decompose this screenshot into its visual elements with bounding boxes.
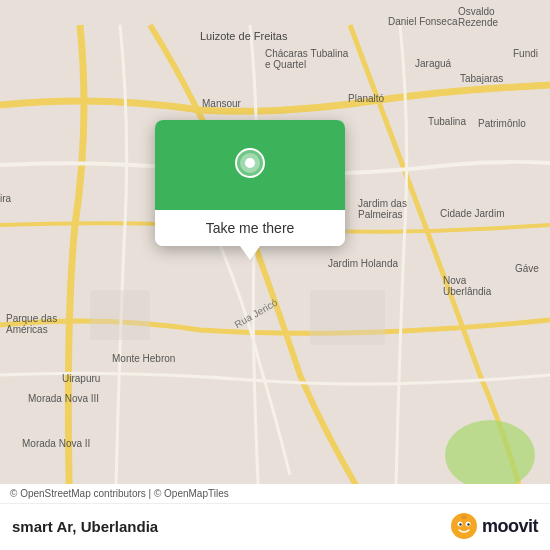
location-pin-icon [228, 143, 272, 187]
bottom-info: smart Ar, Uberlandia moovit [0, 504, 550, 550]
map-attribution: © OpenStreetMap contributors | © OpenMap… [0, 484, 550, 504]
popup-tail [240, 246, 260, 260]
moovit-icon [450, 512, 478, 540]
map-svg [0, 0, 550, 550]
svg-point-21 [467, 523, 469, 525]
place-name: smart Ar, Uberlandia [12, 518, 158, 535]
svg-point-20 [459, 523, 461, 525]
svg-rect-4 [90, 290, 150, 340]
moovit-logo: moovit [450, 512, 538, 540]
take-me-there-button[interactable]: Take me there [155, 210, 345, 246]
svg-point-15 [245, 158, 255, 168]
moovit-text: moovit [482, 516, 538, 537]
popup-card: Take me there [155, 120, 345, 246]
svg-point-1 [445, 420, 535, 490]
svg-rect-5 [310, 290, 385, 345]
map-container: Luizote de Freitas Chácaras Tubalinae Qu… [0, 0, 550, 550]
svg-point-22 [461, 515, 467, 519]
popup-icon-area [155, 120, 345, 210]
bottom-bar: © OpenStreetMap contributors | © OpenMap… [0, 484, 550, 550]
